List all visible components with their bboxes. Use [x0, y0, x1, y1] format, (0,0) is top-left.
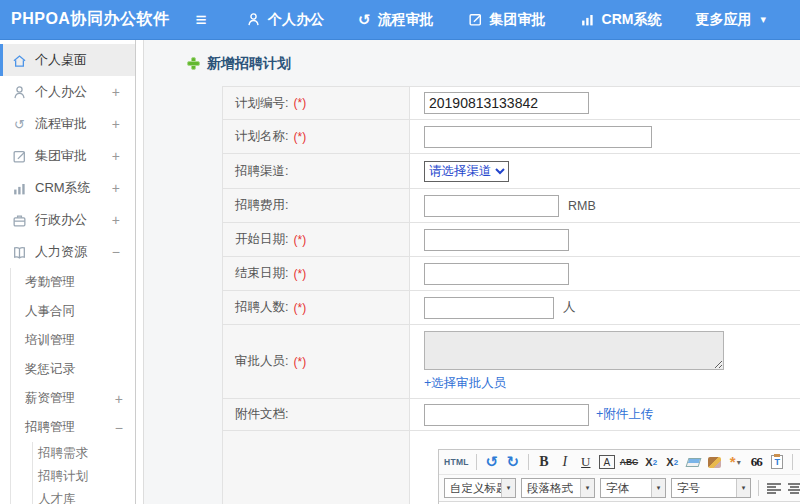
sidebar-item-label: 薪资管理: [25, 390, 75, 407]
chevron-down-icon[interactable]: ▾: [651, 479, 665, 497]
attachment-upload-link[interactable]: +附件上传: [596, 406, 653, 423]
sidebar-item-talent-pool[interactable]: 人才库: [33, 488, 135, 504]
bar-chart-icon: [11, 181, 28, 196]
edit-square-icon: [11, 149, 28, 164]
sidebar-item-attendance[interactable]: 考勤管理: [11, 268, 135, 297]
expand-plus-icon[interactable]: +: [112, 117, 120, 131]
sidebar-item-recruit-mgmt[interactable]: 招聘管理 −: [11, 413, 135, 442]
app-window: PHPOA协同办公软件 ≡ 个人办公 ↺ 流程审批 集团审批: [0, 0, 800, 504]
nav-label: 流程审批: [378, 11, 434, 29]
font-size-select[interactable]: 字号 ▾: [671, 478, 751, 498]
required-mark: (*): [293, 96, 306, 110]
align-center-icon[interactable]: [787, 479, 800, 497]
align-left-icon[interactable]: [766, 479, 782, 497]
italic-button[interactable]: I: [557, 453, 573, 471]
nav-personal-office[interactable]: 个人办公: [246, 11, 324, 29]
sidebar-item-recruit-plan[interactable]: 招聘计划: [33, 465, 135, 488]
sidebar-item-hr[interactable]: 人力资源 −: [0, 236, 135, 268]
sidebar-item-label: 招聘计划: [38, 468, 88, 485]
sidebar-item-crm[interactable]: CRM系统 +: [0, 172, 135, 204]
end-date-input[interactable]: [424, 263, 569, 285]
sidebar-item-process-approval[interactable]: ↺ 流程审批 +: [0, 108, 135, 140]
nav-more-apps[interactable]: 更多应用 ▾: [695, 11, 766, 29]
approver-textarea[interactable]: [424, 331, 724, 370]
expand-plus-icon[interactable]: +: [115, 392, 123, 406]
format-painter-icon[interactable]: *▾: [727, 453, 743, 471]
form-row-approver: 审批人员: (*) +选择审批人员: [223, 325, 800, 399]
required-mark: (*): [293, 130, 306, 144]
page-title-text: 新增招聘计划: [207, 55, 291, 73]
paste-icon[interactable]: T: [769, 453, 785, 471]
sidebar-item-training[interactable]: 培训管理: [11, 326, 135, 355]
brush-icon[interactable]: [706, 453, 722, 471]
sidebar-item-label: 个人办公: [35, 83, 87, 101]
font-style-button[interactable]: A: [599, 455, 615, 469]
start-date-input[interactable]: [424, 229, 569, 251]
redo-icon[interactable]: ↻: [505, 453, 521, 471]
plan-no-input[interactable]: [424, 92, 589, 114]
sidebar-scrollbar[interactable]: [136, 40, 144, 504]
chevron-down-icon[interactable]: ▾: [736, 479, 750, 497]
add-plus-icon: [187, 57, 200, 70]
superscript-button[interactable]: X2: [643, 453, 659, 471]
nav-label: 集团审批: [490, 11, 546, 29]
field-label: 计划编号:: [235, 95, 288, 112]
user-icon: [246, 12, 261, 27]
expand-plus-icon[interactable]: +: [112, 181, 120, 195]
top-navbar: PHPOA协同办公软件 ≡ 个人办公 ↺ 流程审批 集团审批: [0, 0, 800, 40]
plan-name-input[interactable]: [424, 126, 652, 148]
html-source-button[interactable]: HTML: [444, 453, 469, 471]
channel-select[interactable]: 请选择渠道: [424, 161, 509, 182]
page-title: 新增招聘计划: [187, 54, 800, 73]
paragraph-format-select[interactable]: 段落格式 ▾: [521, 478, 595, 498]
form-row-attachment: 附件文档: +附件上传: [223, 399, 800, 431]
cost-input[interactable]: [424, 195, 559, 217]
strikethrough-button[interactable]: ABC: [620, 453, 638, 471]
eraser-icon[interactable]: [685, 453, 701, 471]
form-row-plan-name: 计划名称: (*): [223, 120, 800, 154]
sidebar-item-salary[interactable]: 薪资管理 +: [11, 384, 135, 413]
chevron-down-icon[interactable]: ▾: [580, 479, 594, 497]
sidebar-item-label: 培训管理: [25, 332, 75, 349]
sidebar-item-hr-contract[interactable]: 人事合同: [11, 297, 135, 326]
sidebar-item-recruit-need[interactable]: 招聘需求: [33, 442, 135, 465]
recruit-plan-form: 计划编号: (*) 计划名称: (*): [222, 86, 800, 504]
sidebar-item-desktop[interactable]: 个人桌面: [0, 44, 135, 76]
nav-group-approval[interactable]: 集团审批: [468, 11, 546, 29]
briefcase-icon: [11, 213, 28, 228]
nav-process-approval[interactable]: ↺ 流程审批: [358, 11, 434, 29]
undo-icon[interactable]: ↺: [484, 453, 500, 471]
required-mark: (*): [293, 233, 306, 247]
expand-plus-icon[interactable]: +: [112, 149, 120, 163]
blockquote-button[interactable]: 66: [748, 453, 764, 471]
underline-button[interactable]: U: [578, 453, 594, 471]
subscript-button[interactable]: X2: [664, 453, 680, 471]
form-row-start-date: 开始日期: (*): [223, 223, 800, 257]
font-family-select[interactable]: 字体 ▾: [600, 478, 666, 498]
sidebar-item-label: 流程审批: [35, 115, 87, 133]
bold-button[interactable]: B: [536, 453, 552, 471]
collapse-minus-icon[interactable]: −: [115, 421, 123, 435]
nav-crm-system[interactable]: CRM系统: [580, 11, 662, 29]
field-label: 结束日期:: [235, 265, 288, 282]
sidebar-item-label: 奖惩记录: [25, 361, 75, 378]
heading-style-select[interactable]: 自定义标题 ▾: [444, 478, 516, 498]
hamburger-menu-icon[interactable]: ≡: [188, 10, 214, 29]
expand-plus-icon[interactable]: +: [112, 213, 120, 227]
field-label: 招聘费用:: [235, 197, 288, 214]
required-mark: (*): [293, 355, 306, 369]
form-row-channel: 招聘渠道: 请选择渠道: [223, 154, 800, 189]
headcount-input[interactable]: [424, 297, 554, 319]
expand-plus-icon[interactable]: +: [112, 85, 120, 99]
select-approver-link[interactable]: +选择审批人员: [424, 375, 506, 392]
attachment-input[interactable]: [424, 404, 589, 426]
sidebar-item-rewards[interactable]: 奖惩记录: [11, 355, 135, 384]
chevron-down-icon[interactable]: ▾: [501, 479, 515, 497]
collapse-minus-icon[interactable]: −: [112, 245, 120, 259]
cost-unit-label: RMB: [568, 199, 596, 213]
sidebar-item-label: 人力资源: [35, 243, 87, 261]
sidebar-item-group-approval[interactable]: 集团审批 +: [0, 140, 135, 172]
sidebar-item-admin-office[interactable]: 行政办公 +: [0, 204, 135, 236]
process-icon: ↺: [11, 117, 28, 132]
sidebar-item-personal-office[interactable]: 个人办公 +: [0, 76, 135, 108]
